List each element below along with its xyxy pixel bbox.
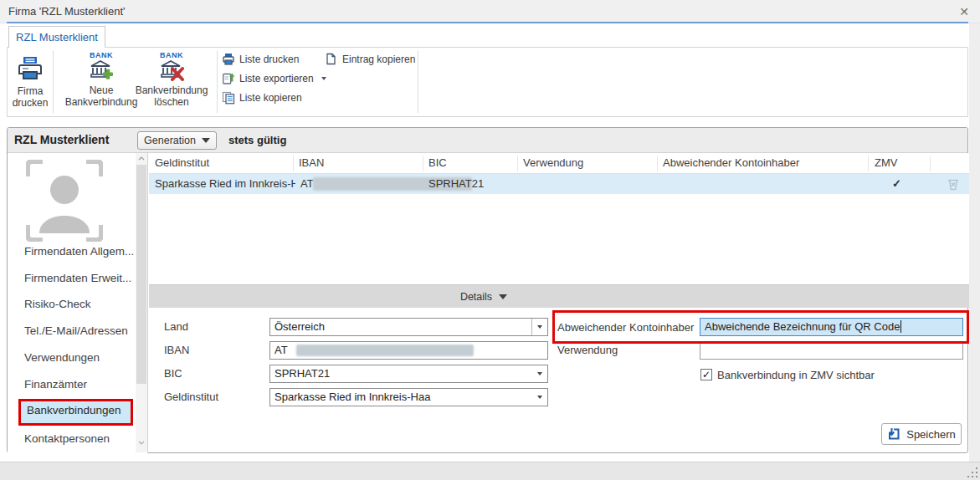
sidebar-item-firmendaten-erweitert[interactable]: Firmendaten Erweit... — [24, 270, 131, 287]
firma-drucken-button[interactable]: Firma drucken — [8, 49, 52, 116]
liste-kopieren-label: Liste kopieren — [239, 92, 302, 104]
zmv-checkbox-row[interactable]: ✓ Bankverbindung in ZMV sichtbar — [700, 368, 875, 381]
ribbon-separator — [418, 51, 418, 113]
text-caret — [900, 320, 901, 333]
content-background-strip — [969, 23, 980, 462]
titlebar: Firma 'RZL Musterklient' ✕ — [0, 0, 980, 23]
column-separator — [930, 156, 931, 171]
scrollbar-thumb[interactable] — [136, 165, 146, 384]
sidebar: Firmendaten Allgem... Firmendaten Erweit… — [8, 153, 148, 453]
zmv-checkbox-label: Bankverbindung in ZMV sichtbar — [717, 369, 875, 381]
close-icon[interactable]: ✕ — [955, 3, 973, 20]
accent-line — [7, 22, 968, 23]
chevron-down-icon — [499, 294, 507, 299]
table-row[interactable]: Sparkasse Ried im Innkreis-H... AT SPRHA… — [149, 174, 969, 194]
sidebar-item-finanzaemter[interactable]: Finanzämter — [24, 376, 87, 393]
validity-label: stets gültig — [228, 128, 286, 152]
client-name: RZL Musterklient — [14, 128, 109, 152]
abweichender-kontoinhaber-field[interactable]: Abweichende Bezeichnung für QR Code — [700, 318, 963, 336]
column-separator — [657, 156, 658, 171]
zmv-checkbox[interactable]: ✓ — [700, 369, 712, 380]
verwendung-label: Verwendung — [557, 341, 618, 360]
iban-field[interactable]: AT — [269, 341, 548, 360]
chevron-down-icon — [537, 396, 542, 399]
resize-grip[interactable] — [967, 467, 977, 477]
column-header-abweichender-kontoinhaber[interactable]: Abweichender Kontoinhaber — [663, 153, 799, 173]
bic-combo[interactable]: SPRHAT21 — [269, 365, 548, 383]
sidebar-item-kontaktpersonen[interactable]: Kontaktpersonen — [24, 431, 110, 447]
liste-drucken-label: Liste drucken — [239, 54, 299, 65]
liste-drucken-button[interactable]: Liste drucken — [222, 51, 299, 68]
details-label: Details — [460, 291, 492, 303]
details-toggle[interactable]: Details — [434, 285, 534, 309]
geldinstitut-combo[interactable]: Sparkasse Ried im Innkreis-Haa — [269, 388, 548, 406]
generation-label: Generation — [144, 135, 196, 146]
copy-entry-icon — [325, 53, 338, 66]
iban-redacted-block — [296, 345, 474, 356]
column-header-bic[interactable]: BIC — [428, 153, 447, 173]
sidebar-scrollbar[interactable] — [136, 153, 147, 452]
column-header-zmv[interactable]: ZMV — [875, 153, 897, 173]
app-window: Firma 'RZL Musterklient' ✕ RZL Musterkli… — [0, 0, 980, 480]
sidebar-item-bankverbindungen[interactable]: Bankverbindungen — [27, 404, 121, 416]
cell-bic: SPRHAT21 — [428, 174, 484, 194]
sidebar-item-tel-email-adressen[interactable]: Tel./E-Mail/Adressen — [24, 323, 128, 340]
bank-badge: BANK — [126, 51, 217, 59]
copy-list-icon — [222, 91, 235, 105]
sidebar-item-firmendaten-allgemein[interactable]: Firmendaten Allgem... — [24, 243, 134, 260]
table-header-row: Geldinstitut IBAN BIC Verwendung Abweich… — [149, 153, 969, 174]
chevron-down-icon — [321, 77, 326, 80]
main-panel: RZL Musterklient Generation stets gültig… — [7, 127, 968, 453]
land-label: Land — [164, 318, 188, 336]
iban-prefix-value: AT — [275, 344, 288, 356]
eintrag-kopieren-button[interactable]: Eintrag kopieren — [325, 51, 415, 68]
column-separator — [293, 156, 294, 171]
delete-row-icon[interactable] — [946, 176, 961, 191]
ribbon: Firma drucken BANK Neue Bankverbindung — [7, 47, 968, 117]
chevron-down-icon — [202, 138, 210, 143]
zmv-check-icon: ✓ — [892, 174, 901, 194]
bankverbindung-loeschen-label-line2: löschen — [126, 96, 217, 108]
printer-small-icon — [222, 53, 235, 66]
land-value: Österreich — [275, 320, 325, 333]
column-header-geldinstitut[interactable]: Geldinstitut — [155, 153, 209, 173]
ribbon-separator — [217, 51, 218, 113]
scroll-up-icon[interactable] — [138, 156, 145, 161]
geldinstitut-label: Geldinstitut — [164, 388, 218, 406]
statusbar — [0, 462, 980, 480]
column-separator — [517, 156, 518, 171]
ribbon-tab-rzl-musterklient[interactable]: RZL Musterklient — [8, 26, 105, 48]
save-icon — [887, 427, 900, 441]
liste-exportieren-label: Liste exportieren — [239, 73, 314, 84]
column-header-verwendung[interactable]: Verwendung — [523, 153, 583, 173]
sidebar-item-verwendungen[interactable]: Verwendungen — [24, 350, 100, 366]
bank-accounts-table: Geldinstitut IBAN BIC Verwendung Abweich… — [149, 153, 969, 284]
abweichender-kontoinhaber-label: Abweichender Kontoinhaber — [557, 319, 694, 337]
firma-drucken-label-line1: Firma — [8, 85, 52, 97]
sidebar-item-risiko-check[interactable]: Risiko-Check — [24, 296, 91, 313]
land-combo[interactable]: Österreich — [269, 318, 548, 336]
bankverbindung-loeschen-button[interactable]: BANK Bankverbindung löschen — [126, 49, 217, 116]
column-separator — [868, 156, 869, 171]
bank-delete-icon — [159, 59, 184, 81]
export-icon — [222, 72, 235, 85]
save-button[interactable]: Speichern — [881, 423, 962, 445]
generation-dropdown-button[interactable]: Generation — [137, 131, 217, 150]
save-label: Speichern — [906, 428, 956, 441]
abweichender-kontoinhaber-value: Abweichende Bezeichnung für QR Code — [705, 320, 900, 333]
bic-label: BIC — [164, 365, 182, 383]
iban-label: IBAN — [164, 341, 189, 360]
column-header-iban[interactable]: IBAN — [299, 153, 324, 173]
liste-kopieren-button[interactable]: Liste kopieren — [222, 89, 302, 106]
liste-exportieren-button[interactable]: Liste exportieren — [222, 70, 326, 87]
scroll-down-icon[interactable] — [138, 441, 145, 445]
details-bar: Details + Neue Bankverbindung — [149, 284, 969, 308]
bankverbindung-loeschen-label-line1: Bankverbindung — [126, 84, 217, 96]
verwendung-field[interactable] — [700, 341, 963, 360]
avatar-placeholder — [26, 160, 103, 242]
chevron-down-icon — [537, 325, 542, 329]
sidebar-item-bankverbindungen-annotation[interactable]: Bankverbindungen — [18, 399, 133, 426]
client-header: RZL Musterklient Generation stets gültig — [8, 128, 967, 153]
column-separator — [423, 156, 423, 171]
cell-iban-prefix: AT — [300, 174, 314, 194]
